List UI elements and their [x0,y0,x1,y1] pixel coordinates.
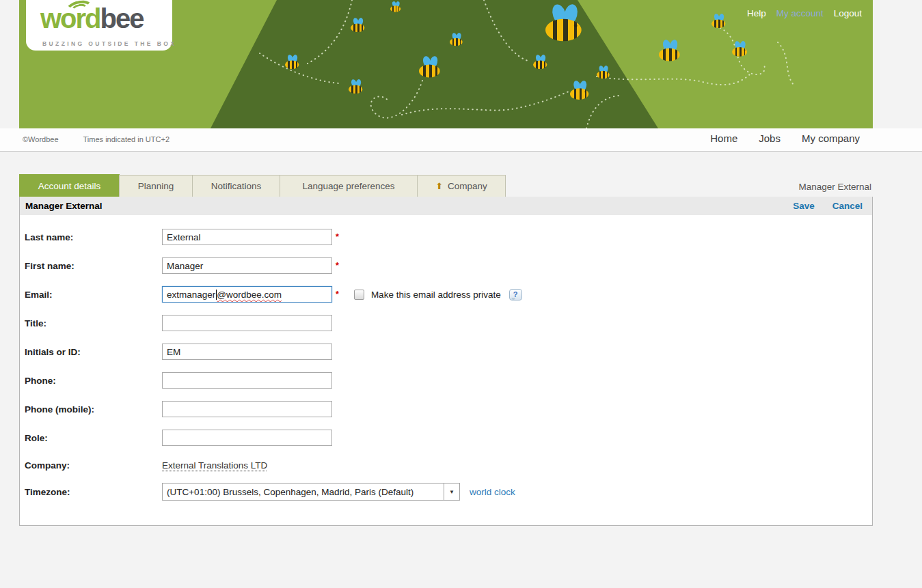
logout-link[interactable]: Logout [834,8,862,18]
logo-tagline: BUZZING OUTSIDE THE BOX [42,40,176,47]
cancel-button[interactable]: Cancel [832,201,863,211]
bee-icon [390,1,401,12]
bee-icon [419,56,441,77]
sub-navigation-bar: ©Wordbee Times indicated in UTC+2 Home J… [0,128,922,152]
tab-label: Company [448,181,487,191]
bee-icon [659,40,681,61]
nav-jobs[interactable]: Jobs [759,132,781,144]
timezone-selected-value: (UTC+01:00) Brussels, Copenhagen, Madrid… [163,487,444,497]
tab-label: Planning [138,181,174,191]
tab-company[interactable]: ⬆Company [417,175,506,197]
company-row: Company: External Translations LTD [25,458,872,472]
company-link[interactable]: External Translations LTD [162,460,267,471]
required-asterisk: * [336,232,339,242]
required-asterisk: * [336,290,339,299]
timezone-dropdown-button[interactable]: ▼ [444,484,459,500]
bee-icon [285,55,300,68]
bee-icon [450,33,463,46]
tab-notifications[interactable]: Notifications [192,175,280,197]
email-private-label: Make this email address private [371,290,501,300]
subnav-meta: ©Wordbee Times indicated in UTC+2 [23,135,170,143]
phone-mobile-label: Phone (mobile): [25,404,162,415]
current-user-reference: Manager External [798,182,871,192]
email-value-after-caret: @wordbee.com [217,290,282,300]
tab-language-preferences[interactable]: Language preferences [280,175,418,197]
header-banner: wordbee BUZZING OUTSIDE THE BOX Help My … [19,0,873,128]
initials-row: Initials or ID: [25,344,872,360]
phone-field[interactable] [162,372,332,389]
main-navigation: Home Jobs My company [710,132,860,144]
timezone-row: Timezone: (UTC+01:00) Brussels, Copenhag… [25,483,872,501]
phone-label: Phone: [25,376,162,386]
phone-mobile-field[interactable] [162,401,332,417]
question-bubble-icon[interactable]: ? [509,289,522,300]
bee-icon [533,55,548,68]
first-name-row: First name: * [25,257,872,274]
nav-my-company[interactable]: My company [802,132,860,144]
email-private-checkbox[interactable] [354,290,364,300]
help-link[interactable]: Help [747,8,766,18]
toolbar-actions: Save Cancel [793,201,863,211]
copyright-text: ©Wordbee [23,135,59,143]
email-label: Email: [25,290,162,300]
bee-icon [570,81,590,99]
email-row: Email: extmanager@wordbee.com * Make thi… [25,286,872,303]
tab-planning[interactable]: Planning [119,175,193,197]
tab-account-details[interactable]: Account details [19,174,120,197]
last-name-label: Last name: [25,232,162,242]
role-label: Role: [25,433,162,443]
first-name-label: First name: [25,261,162,271]
bee-icon [351,18,366,31]
panel-title: Manager External [25,201,103,211]
panel-toolbar: Manager External Save Cancel [20,197,872,215]
initials-label: Initials or ID: [25,347,162,357]
timezone-select[interactable]: (UTC+01:00) Brussels, Copenhagen, Madrid… [162,483,460,501]
chevron-down-icon: ▼ [449,489,455,495]
nav-home[interactable]: Home [710,132,737,144]
first-name-field[interactable] [162,257,332,274]
title-label: Title: [25,318,162,328]
tab-label: Notifications [211,181,262,191]
bee-icon [545,4,584,40]
bee-icon [732,41,748,56]
up-arrow-icon: ⬆ [435,182,443,191]
role-row: Role: [25,430,872,446]
phone-row: Phone: [25,372,872,389]
last-name-field[interactable] [162,229,332,245]
logo-bee: bee [100,3,144,33]
email-value-before-caret: extmanager [167,290,215,300]
company-label: Company: [25,460,162,471]
wordbee-logo[interactable]: wordbee BUZZING OUTSIDE THE BOX [26,0,172,51]
title-row: Title: [25,315,872,331]
tab-label: Account details [38,181,101,191]
world-clock-link[interactable]: world clock [470,487,515,497]
initials-field[interactable] [162,344,332,360]
account-details-panel: Manager External Save Cancel Last name: … [19,197,873,526]
bee-icon [597,66,610,79]
tab-label: Language preferences [302,181,394,191]
bee-icon [711,14,727,27]
phone-mobile-row: Phone (mobile): [25,401,872,417]
required-asterisk: * [336,261,339,270]
email-field[interactable]: extmanager@wordbee.com [162,286,332,303]
bee-icon [349,79,364,93]
title-field[interactable] [162,315,332,331]
role-field[interactable] [162,430,332,446]
account-form: Last name: * First name: * Email: extman… [20,215,872,501]
account-links: Help My account Logout [747,8,862,18]
timezone-label: Timezone: [25,487,162,497]
timezone-note: Times indicated in UTC+2 [83,135,170,143]
my-account-link[interactable]: My account [776,8,824,18]
settings-tabs: Account details Planning Notifications L… [19,174,506,197]
save-button[interactable]: Save [793,201,815,211]
last-name-row: Last name: * [25,229,872,245]
email-private-group: Make this email address private ? [354,289,522,300]
